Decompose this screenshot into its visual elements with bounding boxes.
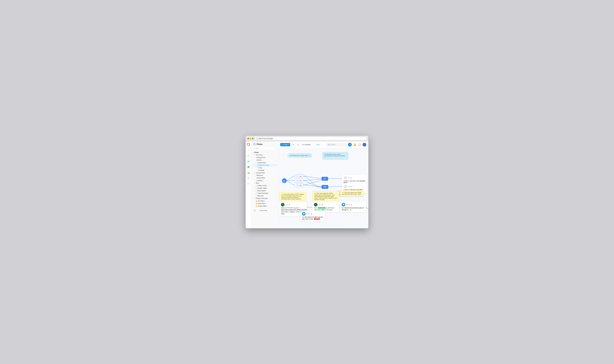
sidebar-item-garden-lights[interactable]: ⇄ Garden Lights [252, 187, 278, 189]
start-button[interactable]: ▶ [282, 178, 287, 183]
chevron-icon: ▼ [254, 198, 255, 199]
sidebar-item-label: Misc [256, 182, 259, 184]
sidebar-item-label: Welcome [257, 195, 264, 197]
sidebar-item-party-starter[interactable]: ⇄ Party Starter [252, 189, 278, 192]
url-bar[interactable]: 🔒 https://my.homey.app [255, 137, 367, 140]
nav-tools[interactable]: ⚙ [247, 176, 250, 180]
response-tag: Response [318, 207, 325, 209]
maximize-button[interactable] [252, 138, 253, 139]
sidebar-item-doorbell[interactable]: ⇄ Doorbell [252, 169, 278, 172]
avatar[interactable]: 👤 [363, 143, 366, 147]
parse-info-text: 🌟 This card parses the JSON, and finds t… [342, 192, 362, 195]
flow-icon: ⇄ [257, 167, 258, 169]
parse-card-text: Parse Response as JSON and select path v… [314, 207, 338, 211]
delay-label-2: 2 sec [299, 180, 302, 182]
redo-button[interactable]: ↻ [296, 143, 300, 147]
sidebar-bottom: ⚙ + New Flow [251, 207, 278, 214]
all-info-card: The All-block waits until all incoming F… [322, 152, 349, 160]
timeline-label-2: 🕐 Timeline [344, 185, 365, 188]
undo-button[interactable]: ↺ [291, 143, 295, 147]
nav-grid[interactable]: ⊞ [247, 154, 250, 157]
chevron-icon: › [256, 175, 256, 176]
sidebar-item-misc[interactable]: ▼ Misc [252, 182, 278, 184]
dark-mode-button[interactable]: 🌙 [358, 143, 362, 147]
lock-small-icon4: 🔒 [311, 213, 312, 214]
sidebar-item-advanced-flow[interactable]: ⇄ Advanced Flow [252, 164, 278, 167]
sidebar-item-bedroom[interactable]: › Bedroom [252, 174, 278, 177]
warning-icon: ⚠️ [256, 206, 257, 207]
variables-icon: ⊞ [302, 144, 304, 145]
flow-icon: ⇄ [256, 190, 257, 192]
minimize-button[interactable] [250, 138, 251, 139]
say-joke-text: Say And the Chuck Norris joke of the day… [342, 207, 364, 211]
sidebar-item-first-floor[interactable]: ▼ First Floor [252, 154, 278, 156]
settings-icon[interactable]: ⚙ [253, 209, 257, 212]
sidebar-item-label: Ground Floor [256, 172, 265, 174]
sidebar-item-welcome[interactable]: ⇄ Welcome [252, 195, 278, 197]
sidebar-item-co-alarm[interactable]: ⚠️ CO-Alarm [252, 200, 278, 202]
sidebar-header: Flows [251, 142, 278, 147]
toolbar-actions: + 🔔 🌙 👤 [348, 143, 366, 147]
parse-card[interactable]: 🔧 Logic 🔒 Parse Response as JSON and sel… [312, 202, 339, 212]
nav-chart[interactable]: 📊 [247, 171, 250, 174]
sidebar-item-safety-security[interactable]: ▼ Safety & Security [252, 197, 278, 200]
search-bar[interactable]: 🔍 Search... [326, 143, 347, 146]
nav-home[interactable]: ⌂ [247, 148, 250, 152]
sidebar-item-ground-floor[interactable]: ▼ Ground Floor [252, 172, 278, 174]
sidebar-item-dining-room[interactable]: › Dining Room [252, 156, 278, 159]
sidebar-item-flows[interactable]: ▼ Flows [252, 151, 278, 154]
say-joke-card[interactable]: 💬 Speech 🔒 Say And the Chuck Norris joke… [340, 202, 366, 212]
warning-icon: ⚠️ [256, 203, 257, 204]
save-label: Save [316, 144, 320, 145]
clock-icon: ⏱ [296, 175, 298, 177]
new-flow-button[interactable]: + New Flow [259, 210, 267, 211]
nav-flows[interactable]: ⇄ [247, 160, 250, 163]
logic-icon-parse: 🔧 [314, 203, 318, 207]
any-label: ANY [323, 186, 327, 188]
error-tag: ⚠ Error [314, 218, 320, 220]
sidebar-item-cosy[interactable]: ⇄ Cosy [252, 167, 278, 169]
timeline-card-1[interactable]: 🕐 Timeline Create a notification with Al… [342, 175, 367, 184]
sidebar-item-living-room[interactable]: ▼ Living Room [252, 161, 278, 164]
nav-code[interactable]: </> [247, 182, 250, 186]
tree-section: ▼ Flows ▼ First Floor › Dining Room › Ki… [251, 151, 278, 207]
bell-button[interactable]: 🔔 [353, 143, 357, 147]
sidebar-item-home-office[interactable]: › Home Office [252, 177, 278, 179]
delay-block-3[interactable]: ⏱ 3 sec [295, 183, 304, 187]
sidebar-item-landing[interactable]: › Landing [252, 179, 278, 182]
sidebar-item-kitchen[interactable]: › Kitchen [252, 159, 278, 161]
sidebar-logo [253, 143, 256, 145]
timeline-icon-2: 🕐 [344, 185, 347, 188]
save-button[interactable]: ✓ Save [313, 143, 321, 146]
url-text: https://my.homey.app [258, 138, 273, 139]
sidebar-item-smoke-alarm[interactable]: ⚠️ Smoke Alarm [252, 205, 278, 207]
left-nav: ⌂ ⊞ ⇄ 🌿 📊 ⚙ </> [246, 142, 251, 228]
sidebar-item-heat-alarm[interactable]: ⚠️ Heat Alarm [252, 202, 278, 205]
close-button[interactable] [247, 138, 249, 139]
any-block[interactable]: ANY [321, 185, 328, 189]
sidebar-item-label: Advanced Flow [259, 164, 269, 166]
sidebar-filter[interactable]: ≡ Filter... [252, 147, 277, 150]
filter-placeholder: Filter... [255, 147, 260, 149]
nav-leaf[interactable]: 🌿 [247, 165, 250, 169]
delay-label-1: 1 sec [299, 175, 302, 177]
sidebar-item-label: Kitchen [257, 159, 262, 161]
error-speech-card[interactable]: 💬 Speech 🔒 Say Not funny! Couldn't get t… [300, 211, 325, 221]
delay-block-1[interactable]: ⏱ 1 sec [295, 175, 304, 178]
variables-button[interactable]: ⊞ Variables [301, 143, 312, 146]
variables-label: Variables [304, 144, 311, 145]
add-label: + Add [283, 144, 287, 145]
sidebar-item-label: Cosy [259, 167, 262, 169]
add-circle-button[interactable]: + [348, 143, 352, 147]
clock-icon: ⏱ [296, 180, 298, 182]
all-block[interactable]: ALL [321, 177, 328, 181]
http-info-text: 👋 This card makes a HTTP request to a Ch… [281, 194, 304, 200]
sidebar-item-trash-reminder[interactable]: ⇄ Trash Reminder [252, 192, 278, 195]
chevron-icon: › [256, 159, 256, 161]
sidebar: Flows ≡ Filter... ▼ Flows ▼ First Floor … [251, 142, 278, 228]
canvas[interactable]: The Delay-block simply waits. ⏱ The All-… [278, 148, 368, 228]
add-button[interactable]: + + Add ▼ [280, 143, 290, 146]
delay-block-2[interactable]: ⏱ 2 sec [295, 179, 304, 182]
sidebar-item-coffee-corner[interactable]: ⇄ Coffee Corner [252, 184, 278, 187]
toolbar: + + Add ▼ ↺ ↻ ⊞ Variables ✓ Save 🔍 Searc [278, 142, 368, 148]
